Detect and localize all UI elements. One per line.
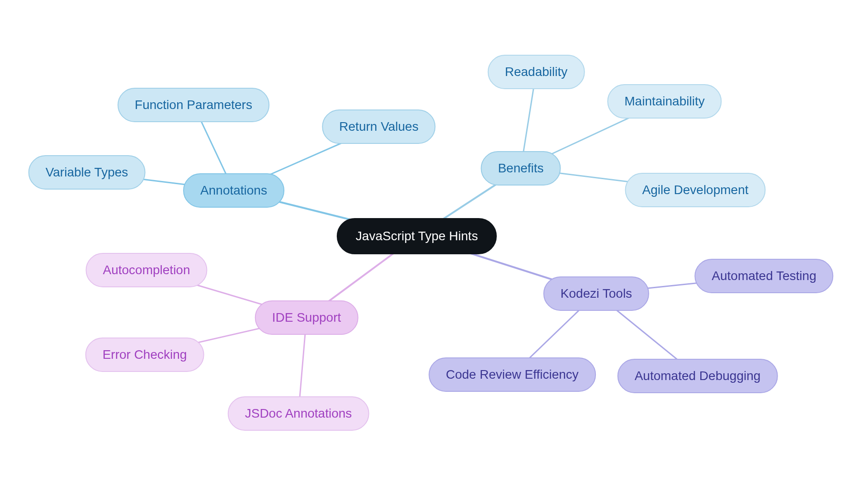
- leaf-autocompletion[interactable]: Autocompletion: [85, 253, 207, 287]
- leaf-jsdoc-annotations[interactable]: JSDoc Annotations: [228, 396, 369, 431]
- leaf-variable-types-label: Variable Types: [46, 165, 128, 180]
- branch-annotations[interactable]: Annotations: [183, 173, 284, 208]
- leaf-agile-development[interactable]: Agile Development: [625, 173, 765, 207]
- branch-annotations-label: Annotations: [200, 183, 267, 198]
- branch-kodezi-tools[interactable]: Kodezi Tools: [543, 276, 649, 311]
- branch-kodezi-tools-label: Kodezi Tools: [561, 286, 632, 301]
- branch-ide-support[interactable]: IDE Support: [255, 300, 359, 335]
- leaf-error-checking[interactable]: Error Checking: [85, 338, 204, 372]
- leaf-autocompletion-label: Autocompletion: [103, 263, 190, 277]
- leaf-automated-testing[interactable]: Automated Testing: [694, 259, 833, 293]
- branch-ide-support-label: IDE Support: [272, 310, 341, 325]
- leaf-variable-types[interactable]: Variable Types: [28, 155, 146, 190]
- leaf-readability[interactable]: Readability: [488, 55, 585, 89]
- leaf-function-parameters[interactable]: Function Parameters: [118, 88, 269, 122]
- leaf-return-values[interactable]: Return Values: [322, 109, 435, 144]
- leaf-agile-development-label: Agile Development: [642, 183, 748, 197]
- branch-benefits-label: Benefits: [498, 161, 543, 176]
- leaf-code-review-efficiency[interactable]: Code Review Efficiency: [429, 357, 596, 392]
- leaf-return-values-label: Return Values: [339, 119, 418, 134]
- leaf-function-parameters-label: Function Parameters: [135, 98, 252, 112]
- leaf-readability-label: Readability: [505, 65, 568, 79]
- leaf-automated-debugging[interactable]: Automated Debugging: [618, 359, 778, 393]
- leaf-maintainability[interactable]: Maintainability: [607, 84, 722, 119]
- leaf-code-review-efficiency-label: Code Review Efficiency: [446, 367, 579, 382]
- leaf-automated-testing-label: Automated Testing: [712, 269, 816, 283]
- center-node[interactable]: JavaScript Type Hints: [337, 218, 497, 254]
- center-node-label: JavaScript Type Hints: [356, 229, 478, 243]
- branch-benefits[interactable]: Benefits: [481, 151, 561, 186]
- leaf-jsdoc-annotations-label: JSDoc Annotations: [245, 406, 352, 421]
- leaf-error-checking-label: Error Checking: [103, 347, 187, 362]
- leaf-automated-debugging-label: Automated Debugging: [635, 369, 761, 383]
- leaf-maintainability-label: Maintainability: [624, 94, 704, 109]
